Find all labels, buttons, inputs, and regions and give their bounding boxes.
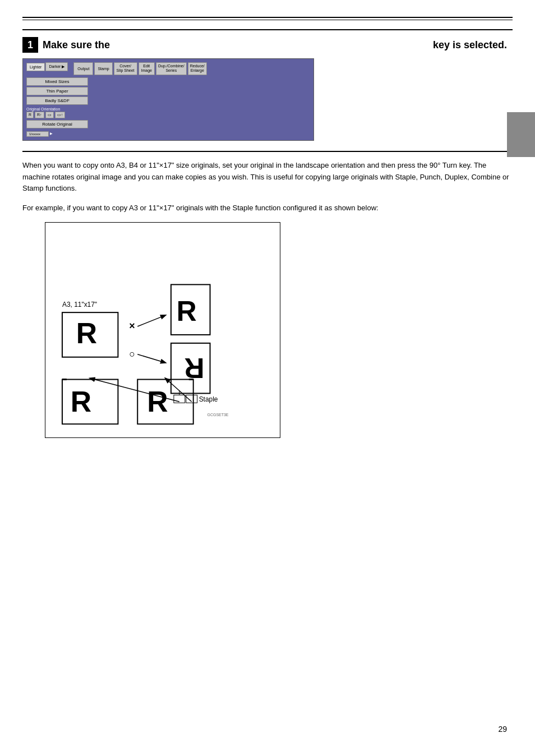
diagram-staple-label: Staple	[199, 395, 218, 403]
paragraph-1: When you want to copy onto A3, B4 or 11"…	[22, 160, 513, 195]
copier-orient-2[interactable]: R↑	[35, 112, 44, 118]
copier-arrow-icon: ▶	[50, 131, 53, 135]
diagram-bottom-right-r: R	[147, 385, 168, 418]
diagram-image-code: GCGSET3E	[207, 413, 229, 417]
paragraph-2: For example, if you want to copy A3 or 1…	[22, 202, 513, 214]
diagram-o-mark: ○	[129, 348, 135, 359]
main-content: When you want to copy onto A3, B4 or 11"…	[22, 160, 513, 438]
diagram-bottom-left-r: R	[71, 385, 91, 418]
page: 1 Make sure the key is selected. Lighter…	[0, 0, 535, 756]
diagram-top-right-r: R	[177, 296, 197, 327]
diagram-x-mark: ×	[129, 320, 135, 331]
copier-btn-rotate[interactable]: Rotate Original	[26, 120, 88, 128]
diagram-arrow-top	[137, 315, 165, 326]
top-thick-rule	[22, 17, 513, 18]
copier-btn-badly[interactable]: Badly S&DF	[26, 96, 88, 105]
step-title-right: key is selected.	[433, 39, 513, 51]
diagram-left-r: R	[76, 317, 97, 349]
copier-btn-mixed-sizes[interactable]: Mixed Sizes	[26, 77, 88, 86]
step-header: 1 Make sure the key is selected.	[22, 37, 513, 53]
copier-right-tab-edit[interactable]: EditImage	[139, 62, 155, 75]
step-title-left: Make sure the	[43, 39, 110, 51]
page-number: 29	[498, 725, 507, 734]
copier-right-tab-stamp[interactable]: Stamp	[94, 62, 112, 75]
copier-right-tab-reduce[interactable]: Reduce/Enlarge	[188, 62, 207, 75]
copier-orientation-label: Original Orientation	[26, 107, 88, 111]
copier-right-tab-output[interactable]: Output	[73, 62, 93, 75]
top-rule-area	[0, 0, 535, 20]
right-sidebar-tab[interactable]	[507, 112, 535, 157]
copier-ui-screenshot: Lighter Darker ▶ Output Stamp Cover/Slip…	[22, 58, 314, 141]
copier-tab-darker[interactable]: Darker ▶	[45, 62, 68, 71]
copier-btn-thin-paper[interactable]: Thin Paper	[26, 87, 88, 95]
copier-right-tab-cover[interactable]: Cover/Slip Sheet	[114, 62, 137, 75]
step-number: 1	[22, 37, 38, 53]
diagram-mid-right-r: R	[185, 352, 205, 384]
copier-bottom-tab[interactable]: 1/xxxxx	[26, 131, 49, 137]
diagram-a3-label: A3, 11"x17"	[62, 301, 97, 308]
step-title: Make sure the key is selected.	[43, 39, 513, 51]
copier-tab-lighter[interactable]: Lighter	[26, 63, 45, 71]
copier-orientation-row: R R↑ ▭ ▭↑	[26, 112, 88, 118]
copier-orient-1[interactable]: R	[26, 112, 34, 118]
step-section: 1 Make sure the key is selected. Lighter…	[22, 29, 513, 152]
top-thin-rule	[22, 20, 513, 20]
copier-right-tab-dup[interactable]: Dup./Combine/Series	[156, 62, 187, 75]
diagram-svg: A3, 11"x17" R × ○ R R	[57, 234, 269, 425]
copier-orient-3[interactable]: ▭	[45, 112, 54, 118]
diagram-arrow-bottom	[137, 354, 165, 363]
copier-orient-4[interactable]: ▭↑	[55, 112, 66, 118]
diagram-container: A3, 11"x17" R × ○ R R	[45, 222, 280, 438]
diagram-rotated-r-group: R	[185, 352, 205, 384]
